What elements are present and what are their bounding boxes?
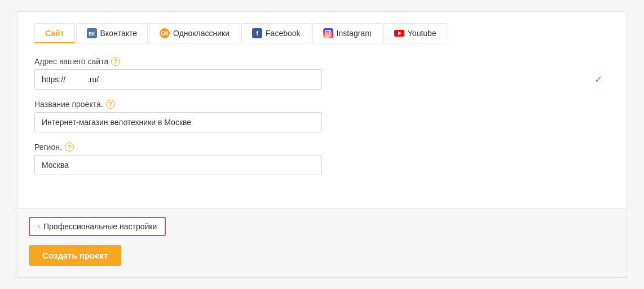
tab-fb[interactable]: f Facebook bbox=[241, 23, 311, 43]
project-name-input[interactable] bbox=[34, 112, 322, 132]
ok-icon: ОК bbox=[160, 28, 170, 38]
region-label: Регион. ? bbox=[34, 143, 610, 152]
create-project-button[interactable]: Создать проект bbox=[29, 245, 121, 266]
chevron-icon: › bbox=[38, 223, 40, 230]
svg-point-2 bbox=[329, 32, 330, 33]
check-icon: ✓ bbox=[594, 73, 603, 86]
region-input[interactable] bbox=[34, 155, 322, 175]
address-input[interactable] bbox=[34, 69, 322, 90]
main-panel: Сайт вк Вконтакте ОК Одноклассники f Fac… bbox=[17, 11, 627, 209]
fb-icon: f bbox=[252, 28, 262, 38]
project-name-input-wrap bbox=[34, 112, 610, 132]
vk-icon: вк bbox=[87, 28, 97, 38]
tab-vk-label: Вконтакте bbox=[100, 29, 138, 38]
address-help-icon[interactable]: ? bbox=[111, 57, 120, 66]
svg-point-1 bbox=[327, 32, 329, 35]
tab-ok-label: Одноклассники bbox=[173, 29, 230, 38]
pro-settings-label: Профессиональные настройки bbox=[43, 222, 157, 231]
project-name-label: Название проекта. ? bbox=[34, 100, 610, 109]
yt-icon bbox=[394, 30, 404, 37]
tab-site[interactable]: Сайт bbox=[34, 23, 75, 43]
pro-settings-button[interactable]: › Профессиональные настройки bbox=[29, 217, 166, 236]
region-field-group: Регион. ? bbox=[34, 143, 610, 175]
bottom-panel: › Профессиональные настройки Создать про… bbox=[17, 209, 627, 278]
tab-fb-label: Facebook bbox=[266, 29, 300, 38]
project-name-help-icon[interactable]: ? bbox=[106, 100, 115, 109]
tab-ig[interactable]: Instagram bbox=[312, 23, 382, 43]
tab-ig-label: Instagram bbox=[337, 29, 372, 38]
tab-ok[interactable]: ОК Одноклассники bbox=[149, 23, 240, 43]
tab-bar: Сайт вк Вконтакте ОК Одноклассники f Fac… bbox=[34, 23, 610, 43]
tab-yt[interactable]: Youtube bbox=[383, 23, 447, 43]
tab-vk[interactable]: вк Вконтакте bbox=[76, 23, 148, 43]
svg-rect-0 bbox=[325, 30, 331, 36]
tab-site-label: Сайт bbox=[45, 29, 64, 38]
address-field-group: Адрес вашего сайта ? ✓ bbox=[34, 57, 610, 90]
project-name-field-group: Название проекта. ? bbox=[34, 100, 610, 132]
ig-icon bbox=[323, 28, 333, 38]
address-input-wrap: ✓ bbox=[34, 69, 610, 90]
address-label: Адрес вашего сайта ? bbox=[34, 57, 610, 66]
region-help-icon[interactable]: ? bbox=[65, 143, 74, 152]
region-input-wrap bbox=[34, 155, 610, 175]
tab-yt-label: Youtube bbox=[408, 29, 436, 38]
